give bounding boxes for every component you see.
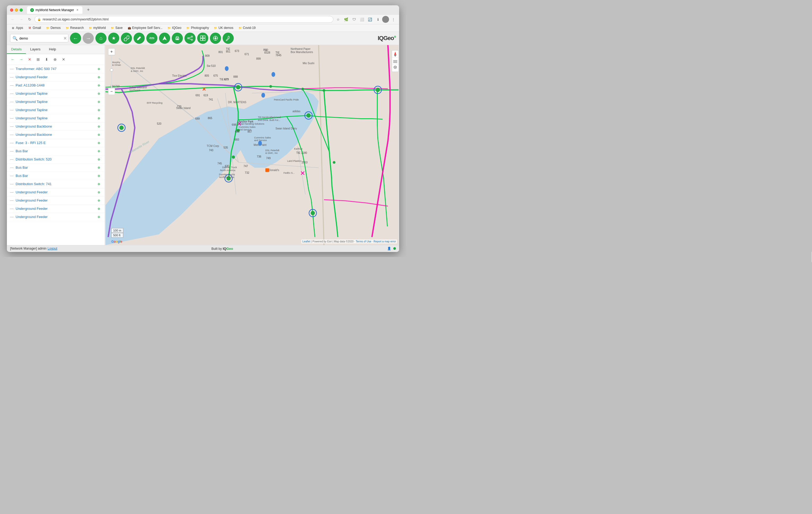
address-bar[interactable]: 🔒 research2.us.iqgeo.com/myworld52pb/nm.… [34,16,334,23]
list-item[interactable]: — Distribution Switch: 741 ⊕ [7,180,105,188]
panel-close-button[interactable]: ✕ [26,56,33,63]
list-zoom-icon[interactable]: ⊕ [96,140,102,145]
share-tool-button[interactable] [184,33,196,44]
zoom-in-button[interactable]: + [108,48,115,55]
forward-tool-button[interactable]: → [83,33,94,44]
logout-link[interactable]: Logout [48,247,57,250]
bookmark-covid[interactable]: 📁 Covid-19 [236,25,258,30]
zoom-slider-handle[interactable] [110,69,113,72]
list-item[interactable]: — Underground Feeder ⊕ [7,73,105,81]
list-zoom-icon[interactable]: ⊕ [96,198,102,203]
list-zoom-icon[interactable]: ⊕ [96,75,102,80]
tab-help[interactable]: Help [45,45,60,54]
panel-zoom-button[interactable]: ⊕ [51,56,59,63]
list-zoom-icon[interactable]: ⊕ [96,99,102,105]
panel-forward-button[interactable]: → [18,56,25,63]
bookmark-employee[interactable]: 💼 Employee Self Serv... [125,25,165,30]
list-item[interactable]: — Underground Tapline ⊕ [7,90,105,98]
list-zoom-icon[interactable]: ⊕ [96,165,102,170]
list-item[interactable]: — Underground Feeder ⊕ [7,213,105,221]
list-zoom-icon[interactable]: ⊕ [96,91,102,96]
list-item[interactable]: — Underground Tapline ⊕ [7,114,105,123]
refresh-nav-button[interactable]: ↻ [26,16,33,23]
bookmark-iqgeo[interactable]: 📁 IQGeo [165,25,183,30]
list-item[interactable]: — Bus Bar ⊕ [7,164,105,172]
list-item[interactable]: — Bus Bar ⊕ [7,172,105,180]
panel-grid-button[interactable]: ⊞ [34,56,42,63]
tools-button[interactable] [223,33,234,44]
zoom-slider[interactable] [111,56,112,87]
home-tool-button[interactable]: ⌂ [95,33,107,44]
more-options-icon[interactable]: ⋮ [389,16,397,23]
bookmark-star-icon[interactable]: ☆ [335,16,342,23]
map-area[interactable]: Northwest Paper Box Manufacturers Murphy… [105,45,399,245]
search-box[interactable]: 🔍 ✕ [10,34,68,43]
list-item[interactable]: — Underground Tapline ⊕ [7,98,105,106]
bookmarks-tool-button[interactable]: ★ [108,33,119,44]
extension-icon-4[interactable]: 🔄 [366,16,374,23]
list-zoom-icon[interactable]: ⊕ [96,116,102,121]
list-zoom-icon[interactable]: ⊕ [96,107,102,113]
active-tab[interactable]: ● myWorld Network Manager ✕ [27,6,82,14]
tab-close-button[interactable]: ✕ [76,8,79,12]
forward-nav-button[interactable]: → [18,16,25,23]
search-input[interactable] [19,36,62,40]
search-clear-icon[interactable]: ✕ [63,36,67,41]
bookmark-myworld[interactable]: 📁 myWorld [86,25,108,30]
list-item[interactable]: — Underground Feeder ⊕ [7,188,105,196]
zoom-out-button[interactable]: − [108,88,115,95]
network-tool-button[interactable] [210,33,221,44]
select-tool-button[interactable] [197,33,208,44]
list-zoom-icon[interactable]: ⊕ [96,66,102,72]
tab-layers[interactable]: Layers [26,45,45,54]
report-link[interactable]: Report a map error [374,240,396,243]
list-item[interactable]: — Underground Backbone ⊕ [7,123,105,131]
edit-tool-button[interactable] [134,33,145,44]
minimize-button[interactable] [15,8,18,12]
bookmark-research[interactable]: 📁 Research [63,25,86,30]
list-zoom-icon[interactable]: ⊕ [96,83,102,88]
list-zoom-icon[interactable]: ⊕ [96,182,102,187]
list-item[interactable]: — Underground Feeder ⊕ [7,196,105,205]
list-item[interactable]: — Pad: A1120B-1448 ⊕ [7,81,105,90]
extension-icon-3[interactable]: ⬜ [358,16,366,23]
terms-link[interactable]: Terms of Use [356,240,371,243]
panel-settings-button[interactable]: ✕ [60,56,67,63]
list-zoom-icon[interactable]: ⊕ [96,157,102,162]
list-zoom-icon[interactable]: ⊕ [96,148,102,154]
panel-back-button[interactable]: ← [9,56,17,63]
measure-tool-button[interactable] [146,33,157,44]
back-tool-button[interactable]: ← [70,33,81,44]
extension-icon-1[interactable]: 🌿 [342,16,350,23]
list-item[interactable]: — Bus Bar ⊕ [7,147,105,156]
close-button[interactable] [10,8,13,12]
list-item[interactable]: — Transformer: ABC 500 747 ⊕ [7,65,105,73]
list-zoom-icon[interactable]: ⊕ [96,190,102,195]
list-zoom-icon[interactable]: ⊕ [96,124,102,129]
list-item[interactable]: — Underground Tapline ⊕ [7,106,105,114]
fullscreen-button[interactable] [20,8,23,12]
bookmark-gmail[interactable]: M Gmail [26,25,43,30]
print-tool-button[interactable] [172,33,183,44]
list-item[interactable]: — Distribution Switch: 520 ⊕ [7,156,105,164]
list-item[interactable]: — Fuse: 3 - RFI 125 E ⊕ [7,139,105,147]
panel-download-button[interactable]: ⬇ [43,56,50,63]
list-zoom-icon[interactable]: ⊕ [96,214,102,220]
extension-icon-2[interactable]: 🛡 [350,16,358,23]
bookmark-demos[interactable]: 📁 Demos [44,25,63,30]
bookmark-photography[interactable]: 📁 Photography [184,25,211,30]
navigate-tool-button[interactable] [159,33,170,44]
bookmark-apps[interactable]: ⊞ Apps [9,25,25,30]
new-tab-button[interactable]: + [85,6,92,14]
list-zoom-icon[interactable]: ⊕ [96,132,102,137]
list-zoom-icon[interactable]: ⊕ [96,206,102,211]
extension-icon-5[interactable]: ℹ [374,16,382,23]
back-nav-button[interactable]: ← [9,16,17,23]
list-item[interactable]: — Underground Feeder ⊕ [7,205,105,213]
list-zoom-icon[interactable]: ⊕ [96,173,102,179]
link-tool-button[interactable] [121,33,132,44]
tab-details[interactable]: Details [7,45,26,54]
leaflet-link[interactable]: Leaflet [302,240,310,243]
bookmark-ukdemos[interactable]: 📁 UK demos [211,25,235,30]
user-avatar[interactable] [382,16,389,23]
